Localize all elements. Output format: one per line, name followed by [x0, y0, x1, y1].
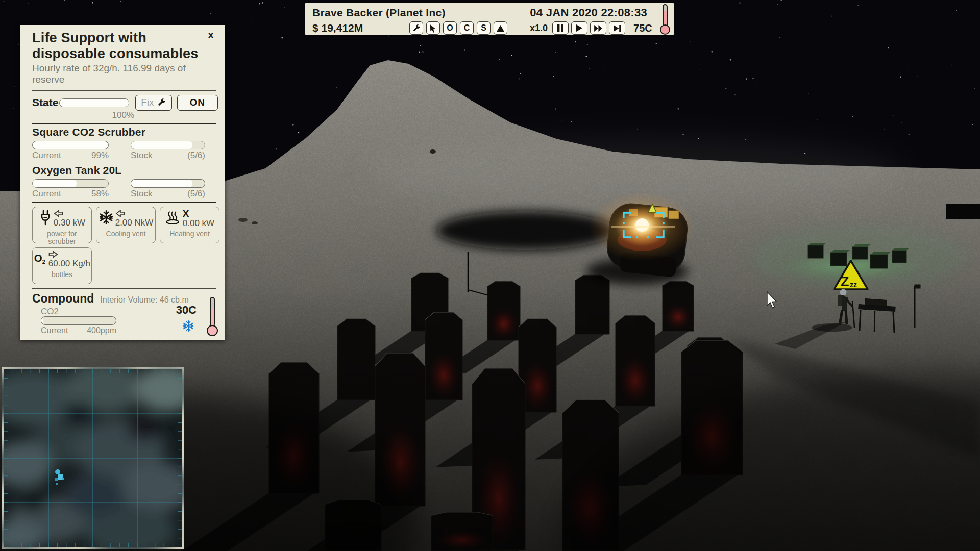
wrench-tool-button[interactable] [409, 21, 423, 35]
flow-o2-label: bottles [34, 271, 90, 279]
flow-cooling-label: Cooling vent [97, 230, 154, 238]
pause-button[interactable] [552, 21, 569, 35]
astronaut-helmet [840, 289, 847, 296]
c-tool-button[interactable]: C [460, 21, 474, 35]
divider [32, 123, 216, 124]
play-button[interactable] [571, 21, 587, 35]
select-tool-button[interactable] [426, 21, 440, 35]
svg-text:O: O [34, 252, 42, 264]
speed-indicator: x1.0 [530, 23, 548, 34]
top-status-bar: Brave Backer (Planet Inc) 04 JAN 2020 22… [305, 3, 674, 35]
game-screen: Z zz Brave Backer (Planet [0, 0, 980, 551]
money-balance: $ 19,412M [312, 22, 370, 34]
close-panel-button[interactable]: x [205, 29, 217, 40]
oxygen-current-gauge [32, 179, 109, 188]
flow-oxygen-bottles: O 2 60.00 Kg/h bottles [32, 247, 92, 284]
scrubber-current-value: 99% [91, 151, 109, 159]
arrow-in-icon [54, 210, 63, 217]
flow-heating-value: 0.00 kW [183, 218, 214, 229]
cursor-icon [429, 24, 437, 33]
flow-cooling-value: 2.00 NkW [115, 218, 154, 228]
heat-icon [165, 210, 181, 225]
fix-button[interactable]: Fix [135, 95, 172, 111]
interior-thermometer-icon [206, 296, 219, 337]
co2-gauge [41, 316, 116, 325]
interior-temperature: 30C [176, 304, 197, 317]
state-label: State [32, 96, 58, 109]
state-row: State Fix ON [32, 95, 218, 110]
state-gauge [59, 98, 129, 107]
flow-heating: X 0.00 kW Heating vent [160, 207, 219, 243]
compound-heading: Compound [32, 292, 94, 306]
resource-flows: 0.30 kW power for scrubber 2.00 NkW Cool… [32, 207, 218, 284]
company-name: Brave Backer (Planet Inc) [312, 7, 446, 19]
arrow-in-icon [115, 210, 125, 217]
flow-power-label: power for scrubber [34, 230, 90, 245]
minimap[interactable] [2, 367, 184, 549]
oxygen-heading: Oxygen Tank 20L [32, 164, 218, 176]
oxygen-current-label: Current [32, 189, 61, 197]
build-tool-button[interactable] [494, 21, 507, 35]
thermometer-icon [659, 4, 671, 35]
s-tool-button[interactable]: S [477, 21, 491, 35]
triangle-up-icon [497, 25, 504, 32]
scrubber-current-gauge [32, 141, 109, 149]
scrubber-heading: Square CO2 Scrubber [32, 126, 218, 138]
distant-structure [946, 204, 980, 219]
o-label: O [447, 23, 453, 33]
flow-o2-value: 60.00 Kg/h [48, 259, 90, 269]
snowflake-icon [99, 210, 114, 225]
lens-flare [611, 226, 675, 228]
state-value: 100% [56, 110, 134, 119]
divider [32, 288, 216, 289]
s-label: S [481, 23, 486, 33]
heating-off-badge: X [183, 210, 189, 218]
cooling-snowflake-icon[interactable] [182, 320, 194, 332]
power-plug-icon [39, 210, 52, 227]
outside-temperature: 75C [633, 22, 652, 34]
sleep-zz: zz [850, 281, 857, 289]
flow-power-value: 0.30 kW [54, 218, 85, 228]
divider [32, 90, 216, 91]
sleep-z: Z [841, 274, 849, 289]
scrubber-current-label: Current [32, 151, 61, 159]
oxygen-stock-value: (5/6) [187, 189, 205, 197]
o-tool-button[interactable]: O [443, 21, 457, 35]
scrubber-stock-gauge [131, 141, 205, 149]
oxygen-stock-gauge [131, 179, 205, 188]
panel-title: Life Support with disposable consumables [32, 30, 201, 62]
co2-current-label: Current [41, 326, 68, 335]
flow-power: 0.30 kW power for scrubber [32, 207, 92, 243]
fast-forward-icon [594, 25, 602, 32]
skip-to-end-icon [614, 25, 621, 32]
flow-cooling: 2.00 NkW Cooling vent [96, 207, 156, 243]
fast-forward-button[interactable] [590, 21, 606, 35]
wrench-icon [157, 98, 166, 107]
pause-icon [557, 24, 564, 32]
life-support-panel: x Life Support with disposable consumabl… [20, 25, 225, 340]
wrench-icon [412, 24, 421, 33]
co2-current-value: 400ppm [87, 326, 116, 335]
scrubber-stock-label: Stock [131, 151, 153, 159]
svg-text:2: 2 [42, 259, 45, 265]
divider [32, 202, 216, 203]
oxygen-current-value: 58% [91, 189, 109, 197]
scrubber-stock-value: (5/6) [187, 151, 205, 159]
skip-button[interactable] [609, 21, 625, 35]
game-datetime: 04 JAN 2020 22:08:33 [530, 6, 647, 19]
play-icon [576, 24, 583, 32]
headlamp-icon [635, 218, 649, 232]
arrow-out-icon [48, 251, 58, 258]
oxygen-stock-label: Stock [131, 189, 153, 197]
o2-icon: O 2 [34, 251, 47, 266]
flow-heating-label: Heating vent [161, 230, 218, 238]
fix-label: Fix [141, 97, 154, 108]
c-label: C [464, 23, 470, 33]
panel-subtitle: Hourly rate of 32g/h. 116.99 days of res… [32, 63, 206, 85]
power-toggle-button[interactable]: ON [177, 95, 218, 111]
